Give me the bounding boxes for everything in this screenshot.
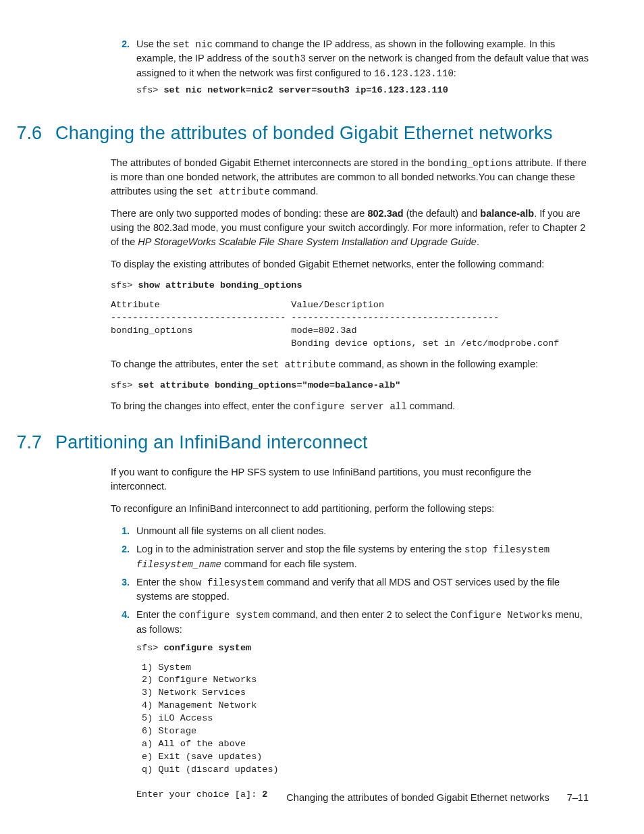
paragraph: To reconfigure an InfiniBand interconnec… — [111, 502, 589, 516]
text: to select the — [392, 609, 450, 620]
list-item-2: 2. Log in to the administration server a… — [111, 542, 589, 571]
list-number: 3. — [111, 575, 136, 604]
list-number: 2. — [111, 37, 136, 104]
code-output: Attribute Value/Description ------------… — [111, 299, 589, 350]
text: There are only two supported modes of bo… — [111, 208, 367, 219]
section-7-7-body: If you want to configure the HP SFS syst… — [111, 465, 589, 808]
list-number: 2. — [111, 542, 136, 571]
list-body: Enter the configure system command, and … — [136, 608, 589, 808]
page-number: 7–11 — [567, 792, 589, 803]
prompt: sfs> — [136, 643, 164, 653]
text: Enter the — [136, 609, 179, 620]
list-body: Unmount all file systems on all client n… — [136, 524, 589, 538]
text: (the default) and — [404, 208, 481, 219]
text: : — [454, 68, 456, 78]
command: set nic network=nic2 server=south3 ip=16… — [164, 85, 448, 95]
inline-code: configure system — [179, 610, 269, 621]
text: To bring the changes into effect, enter … — [111, 400, 294, 411]
inline-code: south3 — [271, 53, 305, 64]
list-body: Use the set nic command to change the IP… — [136, 37, 589, 104]
page-footer: Changing the attributes of bonded Gigabi… — [286, 792, 589, 803]
text: command. — [407, 400, 456, 411]
command: show attribute bonding_options — [138, 280, 302, 290]
bold-text: balance-alb — [480, 208, 534, 219]
paragraph: If you want to configure the HP SFS syst… — [111, 465, 589, 494]
text: Use the — [136, 38, 173, 49]
user-input: 2 — [262, 789, 267, 800]
inline-code: stop filesystem — [464, 544, 549, 555]
code-block: sfs> configure system — [136, 642, 589, 655]
inline-code: set attribute — [262, 359, 336, 370]
command: configure system — [164, 643, 252, 653]
text: Enter the — [136, 577, 179, 588]
menu-text: 1) System 2) Configure Networks 3) Netwo… — [136, 662, 279, 800]
prompt: sfs> — [111, 380, 138, 390]
command: set attribute bonding_options="mode=bala… — [138, 380, 401, 390]
inline-code: show filesystem — [179, 577, 264, 588]
paragraph: To change the attributes, enter the set … — [111, 357, 589, 371]
ordered-list-continuation: 2. Use the set nic command to change the… — [111, 37, 589, 104]
inline-code: bonding_options — [427, 158, 512, 169]
section-title: Changing the attributes of bonded Gigabi… — [55, 123, 589, 144]
inline-code: configure server all — [294, 401, 407, 412]
code-block: sfs> show attribute bonding_options — [111, 280, 589, 292]
section-heading-7-6: 7.6 Changing the attributes of bonded Gi… — [0, 123, 589, 144]
paragraph: To display the existing attributes of bo… — [111, 257, 589, 271]
list-item-3: 3. Enter the show filesystem command and… — [111, 575, 589, 604]
bold-text: 802.3ad — [367, 208, 403, 219]
prompt: sfs> — [111, 280, 138, 290]
page: 2. Use the set nic command to change the… — [0, 0, 644, 808]
inline-code: 2 — [387, 610, 392, 621]
text: Log in to the administration server and … — [136, 544, 464, 554]
paragraph: There are only two supported modes of bo… — [111, 207, 589, 249]
list-number: 4. — [111, 608, 136, 808]
inline-code: Configure Networks — [450, 610, 552, 621]
text: command, and then enter — [269, 609, 386, 620]
text: . — [477, 236, 479, 247]
list-item-2: 2. Use the set nic command to change the… — [111, 37, 589, 104]
prompt: sfs> — [136, 85, 164, 95]
section-7-6-body: The attributes of bonded Gigabit Etherne… — [111, 156, 589, 414]
section-title: Partitioning an InfiniBand interconnect — [55, 432, 589, 453]
inline-code: set attribute — [196, 186, 270, 197]
text: command for each file system. — [221, 558, 357, 569]
section-number: 7.7 — [0, 432, 55, 453]
section-number: 7.6 — [0, 123, 55, 144]
list-body: Enter the show filesystem command and ve… — [136, 575, 589, 604]
italic-text: HP StorageWorks Scalable File Share Syst… — [138, 236, 477, 247]
list-number: 1. — [111, 524, 136, 538]
paragraph: The attributes of bonded Gigabit Etherne… — [111, 156, 589, 199]
list-item-4: 4. Enter the configure system command, a… — [111, 608, 589, 808]
code-block: sfs> set nic network=nic2 server=south3 … — [136, 84, 589, 97]
text: To change the attributes, enter the — [111, 359, 262, 369]
list-item-1: 1. Unmount all file systems on all clien… — [111, 524, 589, 538]
inline-code: set nic — [173, 39, 213, 50]
paragraph: To bring the changes into effect, enter … — [111, 399, 589, 413]
inline-code: 16.123.123.110 — [374, 68, 454, 79]
text: command. — [270, 186, 319, 197]
section-heading-7-7: 7.7 Partitioning an InfiniBand interconn… — [0, 432, 589, 453]
footer-title: Changing the attributes of bonded Gigabi… — [286, 792, 549, 803]
inline-code-italic: filesystem_name — [136, 559, 221, 570]
code-output: 1) System 2) Configure Networks 3) Netwo… — [136, 662, 589, 802]
text: command, as shown in the following examp… — [336, 359, 538, 369]
list-body: Log in to the administration server and … — [136, 542, 589, 571]
text: The attributes of bonded Gigabit Etherne… — [111, 157, 427, 168]
code-block: sfs> set attribute bonding_options="mode… — [111, 380, 589, 392]
